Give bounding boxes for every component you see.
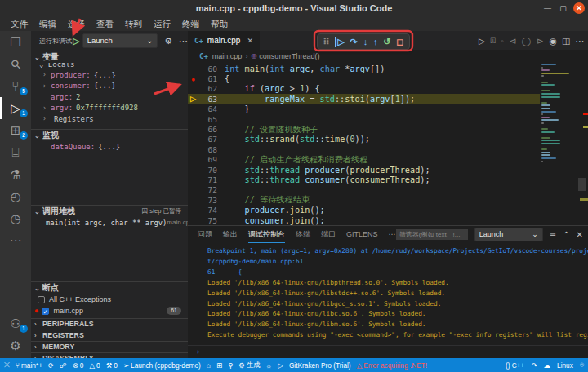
gutter[interactable]: ▷63 (188, 95, 217, 104)
breakpoint-row[interactable]: All C++ Exceptions (31, 294, 188, 305)
status-language-indicator[interactable]: () C++ (506, 361, 525, 370)
bulb-icon[interactable]: ◦ (501, 36, 504, 46)
gutter[interactable]: 60 (188, 64, 217, 73)
panel-tab-问题[interactable]: 问题 (198, 226, 212, 242)
split-editor-icon[interactable]: ◫ (562, 36, 570, 46)
variable-row-dataQueue[interactable]: dataQueue:{...} (31, 141, 188, 153)
breakpoint-dot[interactable]: ● (188, 75, 198, 83)
status-gitkraken[interactable]: GitKraken Pro (Trial) (289, 361, 351, 370)
run-below-icon[interactable]: ⍗ (490, 35, 495, 46)
run-in-circle-icon[interactable]: ◉ (549, 36, 556, 46)
activity-tool-circle-a-icon[interactable]: ◴ (0, 185, 31, 207)
status-remote-indicator[interactable]: ⤫ (4, 361, 10, 370)
breadcrumb[interactable]: C+ main.cpp › ◎ consumerThread() (188, 50, 588, 62)
breakpoint-checkbox[interactable] (38, 296, 45, 303)
breakpoints-header[interactable]: ⌄断点 (31, 282, 188, 294)
gutter[interactable]: 66 (188, 125, 217, 134)
gutter[interactable]: 68 (188, 145, 217, 154)
status-tools-count[interactable]: ⚒0 (106, 361, 118, 370)
activity-accounts-icon[interactable]: ⚇1 (0, 312, 31, 334)
step-into-icon[interactable]: ↓ (363, 37, 368, 46)
status-errors[interactable]: ⊗0 (73, 361, 84, 370)
maximize-panel-icon[interactable]: ⌃ (563, 230, 569, 239)
activity-testing-icon[interactable]: ⚗ (0, 163, 31, 185)
gutter[interactable]: 71 (188, 175, 217, 184)
gutter[interactable]: ●61 (188, 74, 217, 83)
section-registers[interactable]: ›REGISTERS (31, 330, 188, 340)
activity-search-icon[interactable]: ⚲ (0, 53, 31, 75)
gutter[interactable]: 74 (188, 206, 217, 215)
status-bulb[interactable]: ⚲ (228, 361, 233, 370)
status-cmake-build[interactable]: ⚙生成 (238, 361, 260, 370)
menu-item-编辑[interactable]: 编辑 (33, 19, 62, 30)
more-actions-icon[interactable]: ⋯ (576, 36, 585, 46)
step-over-icon[interactable]: ↷ (350, 37, 358, 47)
console-launch-dropdown[interactable]: Launch ⌄ (474, 228, 543, 241)
status-warnings[interactable]: △0 (89, 361, 100, 370)
continue-icon[interactable]: ▷ (335, 37, 344, 47)
gitlens-next-change-icon[interactable]: ⊳ (537, 36, 544, 46)
variable-row-argv[interactable]: ›argv:0x7fffffffd928 (31, 103, 188, 114)
activity-explorer-icon[interactable]: ❐ (0, 31, 31, 53)
status-home[interactable]: ⌂ (207, 361, 211, 370)
panel-tab-⋯[interactable]: ⋯ (389, 226, 396, 242)
menu-item-查看[interactable]: 查看 (91, 19, 119, 30)
menu-item-运行[interactable]: 运行 (148, 19, 176, 30)
gutter[interactable]: 69 (188, 155, 217, 164)
status-board[interactable]: ⊞ (216, 361, 222, 370)
minimize-button[interactable]: — (542, 3, 553, 14)
minimap[interactable] (541, 64, 569, 182)
status-dotnet-error[interactable]: △Error acquiring .NET! (357, 361, 427, 370)
variable-row-consumer[interactable]: ›consumer:{...} (31, 81, 188, 92)
editor-scrollbar[interactable] (577, 62, 588, 225)
activity-remote-explorer-icon[interactable]: ⌸ (0, 141, 31, 163)
activity-source-control-icon[interactable]: ⑂5 (0, 75, 31, 97)
status-debug-bug[interactable]: ☼ (266, 361, 273, 370)
status-sync[interactable]: ⟳ (48, 361, 54, 370)
status-run[interactable]: ▷ (278, 361, 283, 370)
call-stack-header[interactable]: ⌄调用堆栈 因 step 已暂停 (31, 206, 188, 217)
gutter[interactable]: 65 (188, 115, 217, 124)
breakpoint-row[interactable]: ●✓main.cpp61 (31, 305, 188, 317)
menu-item-选择[interactable]: 选择 (62, 19, 91, 30)
maximize-button[interactable]: ▢ (558, 3, 568, 14)
status-git-branch[interactable]: ⑂main*+ (16, 361, 42, 370)
console-filter-input[interactable] (396, 229, 468, 240)
start-debug-icon[interactable]: ▷ (73, 36, 79, 46)
panel-tab-终端[interactable]: 终端 (296, 226, 310, 242)
variable-row-argc[interactable]: argc:2 (31, 91, 188, 103)
debug-console-prompt[interactable]: › (188, 345, 588, 356)
menu-item-帮助[interactable]: 帮助 (205, 19, 234, 30)
status-os-indicator[interactable]: Linux (557, 361, 573, 370)
stop-icon[interactable]: ◻ (396, 37, 403, 47)
scrollbar-slider[interactable] (578, 178, 586, 191)
tab-main-cpp[interactable]: C+ main.cpp ✕ (188, 31, 260, 50)
activity-extensions-icon[interactable]: ⊞2 (0, 119, 31, 141)
panel-tab-GITLENS[interactable]: GITLENS (346, 226, 378, 242)
call-stack-frame[interactable]: main(int argc, char ** argv)main.cpp (31, 217, 188, 228)
output-actions-icon[interactable]: ≣ (550, 230, 556, 239)
menu-item-转到[interactable]: 转到 (119, 19, 148, 30)
variable-row-producer[interactable]: ›producer:{...} (31, 69, 188, 81)
gutter[interactable]: 73 (188, 196, 217, 205)
status-notifications-bell[interactable]: ⌾ (580, 361, 584, 370)
status-gitlens-graph[interactable]: ☍ (60, 361, 67, 370)
panel-tab-输出[interactable]: 输出 (223, 226, 238, 242)
step-out-icon[interactable]: ↑ (373, 37, 378, 46)
close-tab-icon[interactable]: ✕ (247, 37, 253, 45)
launch-config-dropdown[interactable]: Launch ⌄ (82, 33, 158, 48)
run-icon[interactable]: ▷ (479, 36, 485, 46)
section-memory[interactable]: ›MEMORY (31, 341, 188, 352)
activity-more-views-icon[interactable]: ⋯ (0, 229, 31, 251)
activity-tool-circle-b-icon[interactable]: ◷ (0, 207, 31, 229)
panel-tab-端口[interactable]: 端口 (321, 226, 336, 242)
gutter[interactable]: 70 (188, 166, 217, 175)
gitlens-revision-icon[interactable]: ◯ (522, 36, 532, 46)
gutter[interactable]: 75 (188, 216, 217, 225)
gutter[interactable]: 72 (188, 185, 217, 194)
menu-item-终端[interactable]: 终端 (176, 19, 205, 30)
watch-header[interactable]: ⌄监视 (31, 130, 188, 141)
code-editor[interactable]: 60int main(int argc, char *argv[])●61{62… (188, 62, 540, 225)
gitlens-prev-change-icon[interactable]: ⊲ (510, 36, 517, 46)
status-cloud[interactable]: ☁ (544, 361, 551, 370)
